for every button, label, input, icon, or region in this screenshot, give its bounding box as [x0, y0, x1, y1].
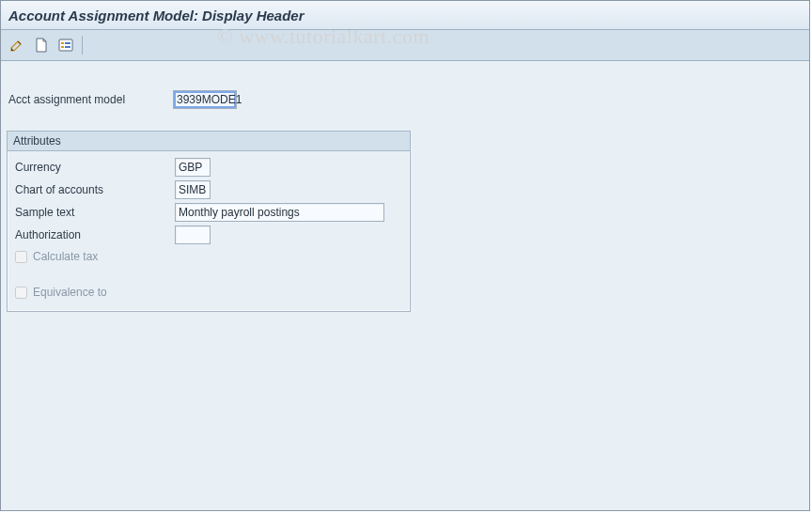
- authorization-label: Authorization: [13, 228, 175, 241]
- toolbar: [1, 30, 809, 61]
- svg-rect-4: [65, 46, 70, 48]
- equivalence-to-row: Equivalence to: [13, 283, 404, 302]
- chart-of-accounts-row: Chart of accounts SIMB: [13, 179, 404, 200]
- toolbar-separator: [82, 36, 83, 54]
- currency-field[interactable]: GBP: [175, 158, 211, 177]
- svg-rect-2: [65, 42, 70, 44]
- svg-rect-3: [61, 46, 64, 48]
- app-window: Account Assignment Model: Display Header: [0, 0, 810, 511]
- change-button[interactable]: [7, 35, 27, 55]
- calculate-tax-checkbox: [15, 251, 27, 263]
- currency-row: Currency GBP: [13, 157, 404, 178]
- acct-assignment-model-field[interactable]: 3939MODE1: [173, 90, 237, 109]
- acct-assignment-model-label: Acct assignment model: [7, 93, 173, 106]
- page-title: Account Assignment Model: Display Header: [8, 8, 304, 23]
- acct-assignment-model-row: Acct assignment model 3939MODE1: [7, 89, 804, 110]
- equivalence-to-checkbox: [15, 287, 27, 299]
- chart-of-accounts-field[interactable]: SIMB: [175, 180, 211, 199]
- calculate-tax-label: Calculate tax: [33, 250, 98, 263]
- new-button[interactable]: [31, 35, 52, 55]
- client-area: Acct assignment model 3939MODE1 Attribut…: [1, 61, 809, 510]
- authorization-field[interactable]: [175, 225, 211, 244]
- authorization-row: Authorization: [13, 225, 404, 245]
- title-bar: Account Assignment Model: Display Header: [1, 1, 809, 30]
- sample-text-label: Sample text: [13, 206, 175, 219]
- calculate-tax-row: Calculate tax: [13, 247, 404, 266]
- spacer: [13, 266, 404, 283]
- sample-text-field[interactable]: Monthly payroll postings: [175, 203, 384, 222]
- attributes-body: Currency GBP Chart of accounts SIMB Samp…: [8, 151, 410, 311]
- chart-of-accounts-label: Chart of accounts: [13, 183, 175, 196]
- attributes-group: Attributes Currency GBP Chart of account…: [7, 131, 411, 312]
- svg-rect-1: [61, 42, 64, 44]
- overview-icon: [58, 38, 73, 53]
- svg-rect-0: [59, 39, 72, 51]
- pencil-icon: [9, 38, 24, 53]
- sample-text-row: Sample text Monthly payroll postings: [13, 202, 404, 223]
- overview-button[interactable]: [55, 35, 76, 55]
- currency-label: Currency: [13, 161, 175, 174]
- equivalence-to-label: Equivalence to: [33, 286, 107, 299]
- attributes-title: Attributes: [8, 132, 410, 151]
- new-page-icon: [35, 38, 48, 53]
